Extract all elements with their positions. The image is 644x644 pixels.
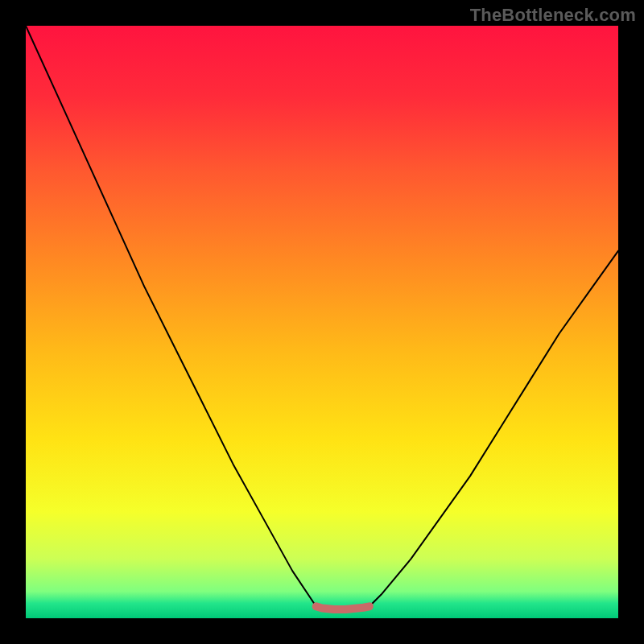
chart-frame: TheBottleneck.com [0, 0, 644, 644]
chart-svg [26, 26, 618, 618]
watermark-text: TheBottleneck.com [470, 5, 636, 26]
plot-area [26, 26, 618, 618]
gradient-background [26, 26, 618, 618]
flat-highlight [316, 606, 369, 609]
